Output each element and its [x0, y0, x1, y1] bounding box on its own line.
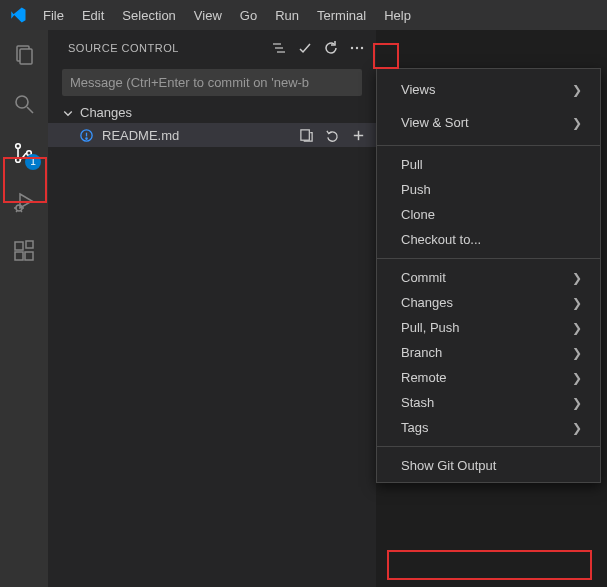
svg-point-4: [16, 144, 21, 149]
chevron-right-icon: ❯: [572, 116, 582, 130]
svg-point-20: [351, 46, 353, 48]
chevron-right-icon: ❯: [572, 421, 582, 435]
refresh-icon[interactable]: [320, 37, 342, 59]
svg-point-21: [356, 46, 358, 48]
menu-edit[interactable]: Edit: [75, 4, 111, 27]
menu-branch[interactable]: Branch❯: [377, 340, 600, 365]
more-actions-icon[interactable]: [346, 37, 368, 59]
menu-view-sort[interactable]: View & Sort❯: [377, 106, 600, 139]
menu-run[interactable]: Run: [268, 4, 306, 27]
scm-badge: 1: [25, 154, 41, 170]
svg-line-12: [21, 211, 22, 212]
svg-rect-13: [15, 242, 23, 250]
file-name: README.md: [102, 128, 290, 143]
menu-remote[interactable]: Remote❯: [377, 365, 600, 390]
svg-rect-15: [25, 252, 33, 260]
menu-selection[interactable]: Selection: [115, 4, 182, 27]
commit-check-icon[interactable]: [294, 37, 316, 59]
svg-point-22: [361, 46, 363, 48]
search-icon[interactable]: [10, 90, 38, 118]
svg-point-2: [16, 96, 28, 108]
view-tree-icon[interactable]: [268, 37, 290, 59]
menu-checkout[interactable]: Checkout to...: [377, 227, 600, 252]
explorer-icon[interactable]: [10, 41, 38, 69]
svg-rect-1: [20, 49, 32, 64]
menu-stash[interactable]: Stash❯: [377, 390, 600, 415]
run-debug-icon[interactable]: [10, 188, 38, 216]
menu-help[interactable]: Help: [377, 4, 418, 27]
menu-show-git-output[interactable]: Show Git Output: [377, 453, 600, 478]
commit-message-input[interactable]: Message (Ctrl+Enter to commit on 'new-b: [62, 69, 362, 96]
chevron-down-icon: [62, 107, 74, 119]
chevron-right-icon: ❯: [572, 83, 582, 97]
section-label: Changes: [80, 105, 132, 120]
source-control-icon[interactable]: 1: [10, 139, 38, 167]
file-row[interactable]: README.md: [48, 123, 376, 147]
file-modified-icon: [76, 125, 96, 145]
scm-context-menu: Views❯ View & Sort❯ Pull Push Clone Chec…: [376, 68, 601, 483]
scm-sidebar: SOURCE CONTROL Message (Ctrl+Enter to co…: [48, 30, 376, 587]
svg-point-5: [16, 158, 21, 163]
changes-section[interactable]: Changes: [48, 102, 376, 123]
chevron-right-icon: ❯: [572, 396, 582, 410]
svg-rect-16: [26, 241, 33, 248]
open-file-icon[interactable]: [296, 125, 316, 145]
discard-icon[interactable]: [322, 125, 342, 145]
menu-push[interactable]: Push: [377, 177, 600, 202]
chevron-right-icon: ❯: [572, 371, 582, 385]
menu-changes[interactable]: Changes❯: [377, 290, 600, 315]
menu-view[interactable]: View: [187, 4, 229, 27]
svg-point-25: [85, 137, 86, 138]
menu-pull[interactable]: Pull: [377, 152, 600, 177]
stage-plus-icon[interactable]: [348, 125, 368, 145]
extensions-icon[interactable]: [10, 237, 38, 265]
menu-clone[interactable]: Clone: [377, 202, 600, 227]
svg-rect-26: [300, 129, 308, 139]
activity-bar: 1: [0, 30, 48, 587]
menu-terminal[interactable]: Terminal: [310, 4, 373, 27]
chevron-right-icon: ❯: [572, 296, 582, 310]
svg-line-3: [27, 107, 33, 113]
vscode-logo-icon: [8, 5, 28, 25]
chevron-right-icon: ❯: [572, 346, 582, 360]
scm-header: SOURCE CONTROL: [48, 30, 376, 65]
menu-commit[interactable]: Commit❯: [377, 265, 600, 290]
menubar: File Edit Selection View Go Run Terminal…: [0, 0, 607, 30]
scm-title: SOURCE CONTROL: [68, 42, 264, 54]
chevron-right-icon: ❯: [572, 271, 582, 285]
menu-separator: [377, 145, 600, 146]
menu-separator: [377, 258, 600, 259]
svg-line-11: [16, 211, 17, 212]
menu-file[interactable]: File: [36, 4, 71, 27]
menu-separator: [377, 446, 600, 447]
menu-pull-push[interactable]: Pull, Push❯: [377, 315, 600, 340]
menu-tags[interactable]: Tags❯: [377, 415, 600, 440]
menu-views[interactable]: Views❯: [377, 73, 600, 106]
chevron-right-icon: ❯: [572, 321, 582, 335]
menu-go[interactable]: Go: [233, 4, 264, 27]
svg-rect-14: [15, 252, 23, 260]
